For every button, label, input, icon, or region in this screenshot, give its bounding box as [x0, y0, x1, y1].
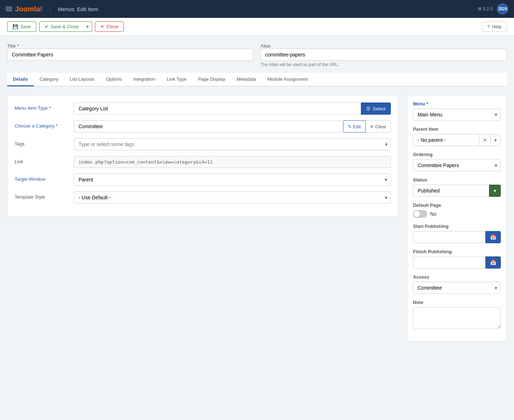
ordering-select-wrapper: Committee Papers [413, 159, 501, 171]
access-select[interactable]: Committee Public Registered [413, 282, 501, 294]
start-publishing-label: Start Publishing [413, 224, 501, 229]
calendar-icon: 📅 [490, 234, 496, 240]
tab-integration[interactable]: Integration [128, 73, 161, 86]
choose-category-control: ✎ Edit ✕ Clear [74, 120, 391, 132]
menu-icon[interactable] [6, 7, 12, 11]
tab-bar: Details Category List Layouts Options In… [7, 73, 507, 86]
link-control [74, 156, 391, 168]
menu-item-type-label: Menu Item Type * [15, 102, 68, 111]
tab-details[interactable]: Details [7, 73, 34, 86]
parent-dropdown-button[interactable]: ▾ [491, 134, 501, 146]
status-field: Status Published Unpublished Trashed ▾ [413, 177, 501, 197]
main-right-panel: Menu * Main Menu Parent Item - No parent… [407, 95, 507, 347]
start-publishing-input[interactable] [413, 231, 485, 243]
clear-category-button[interactable]: ✕ Clear [366, 120, 391, 132]
menu-item-type-input [74, 102, 361, 115]
target-window-select-wrapper: Parent New Window with Browser Navigatio… [74, 174, 391, 186]
access-label: Access [413, 274, 501, 280]
save-icon: 💾 [12, 24, 18, 29]
template-style-select[interactable]: - Use Default - [74, 191, 391, 204]
navbar: Joomla! | Menus: Edit Item ⌘ 5.2.0 J520 [0, 0, 514, 18]
parent-clear-button[interactable]: ✕ [479, 134, 491, 146]
tab-module-assignment[interactable]: Module Assignment [262, 73, 313, 86]
status-row: Published Unpublished Trashed ▾ [413, 185, 501, 197]
status-label: Status [413, 177, 501, 182]
target-window-control: Parent New Window with Browser Navigatio… [74, 174, 391, 186]
template-style-control: - Use Default - [74, 191, 391, 204]
start-publishing-field: Start Publishing 📅 [413, 224, 501, 243]
title-input[interactable] [7, 49, 253, 61]
template-style-select-wrapper: - Use Default - [74, 191, 391, 204]
note-textarea[interactable] [413, 307, 501, 329]
finish-publishing-field: Finish Publishing 📅 [413, 249, 501, 269]
finish-publishing-label: Finish Publishing [413, 249, 501, 254]
category-input [74, 120, 343, 132]
tab-page-display[interactable]: Page Display [192, 73, 231, 86]
select-button[interactable]: ☰ Select [361, 102, 391, 115]
main-form: Menu Item Type * ☰ Select Choose a Ca [7, 95, 507, 347]
brand: Joomla! [6, 5, 42, 13]
ordering-label: Ordering [413, 152, 501, 157]
start-publishing-calendar-button[interactable]: 📅 [485, 231, 501, 243]
tab-link-type[interactable]: Link Type [161, 73, 192, 86]
toolbar: 💾 Save ✔ Save & Close ▾ ✕ Close ? Help [0, 18, 514, 36]
save-button[interactable]: 💾 Save [7, 21, 36, 32]
default-page-toggle[interactable] [413, 210, 427, 218]
save-close-icon: ✔ [45, 24, 49, 29]
note-label: Note [413, 300, 501, 305]
tags-label: Tags [15, 138, 68, 146]
tab-category[interactable]: Category [34, 73, 64, 86]
toggle-row: No [413, 210, 501, 218]
user-button[interactable]: J520 [497, 3, 508, 15]
select-label: Select [373, 106, 386, 111]
parent-item-field: Parent Item - No parent - ✕ ▾ [413, 126, 501, 146]
tags-control: ▾ [74, 138, 391, 150]
default-page-label: Default Page [413, 202, 501, 208]
details-card: Menu Item Type * ☰ Select Choose a Ca [7, 95, 398, 217]
access-field: Access Committee Public Registered [413, 274, 501, 294]
page-title: Menus: Edit Item [58, 6, 98, 12]
menu-select-wrapper: Main Menu [413, 109, 501, 121]
menu-label: Menu * [413, 101, 501, 106]
access-select-wrapper: Committee Public Registered [413, 282, 501, 294]
ordering-select[interactable]: Committee Papers [413, 159, 501, 171]
tags-row: Tags ▾ [15, 138, 391, 150]
title-col: Title * [7, 43, 253, 67]
finish-publishing-input[interactable] [413, 256, 485, 269]
menu-item-type-control: ☰ Select [74, 102, 391, 115]
navbar-left: Joomla! | Menus: Edit Item [6, 5, 98, 13]
status-select[interactable]: Published Unpublished Trashed [413, 185, 489, 197]
parent-item-label: Parent Item [413, 126, 501, 132]
target-window-select[interactable]: Parent New Window with Browser Navigatio… [74, 174, 391, 186]
tags-input-wrapper[interactable]: ▾ [74, 138, 391, 150]
default-page-no-label: No [430, 211, 437, 217]
tab-metadata[interactable]: Metadata [231, 73, 262, 86]
status-dropdown-button[interactable]: ▾ [489, 185, 501, 197]
alias-col: Alias The Alias will be used as part of … [261, 43, 507, 67]
list-icon: ☰ [366, 106, 371, 111]
close-button[interactable]: ✕ Close [95, 21, 124, 32]
parent-item-select[interactable]: - No parent - [413, 134, 479, 146]
edit-category-button[interactable]: ✎ Edit [343, 120, 366, 132]
alias-input[interactable] [261, 49, 507, 61]
category-input-group: ✎ Edit ✕ Clear [74, 120, 391, 132]
pencil-icon: ✎ [348, 124, 352, 129]
calendar-icon-2: 📅 [490, 260, 496, 265]
tab-list-layouts[interactable]: List Layouts [64, 73, 100, 86]
save-dropdown-button[interactable]: ▾ [84, 21, 92, 32]
finish-publishing-calendar-button[interactable]: 📅 [485, 256, 501, 269]
menu-select[interactable]: Main Menu [413, 109, 501, 121]
tab-options[interactable]: Options [100, 73, 128, 86]
save-close-button[interactable]: ✔ Save & Close [39, 21, 84, 32]
tags-input[interactable] [77, 140, 385, 149]
default-page-field: Default Page No [413, 202, 501, 218]
version-badge: ⌘ 5.2.0 [478, 6, 493, 11]
clear-label: Clear [375, 124, 386, 129]
link-row: Link [15, 156, 391, 168]
title-label: Title * [7, 40, 19, 49]
template-style-label: Template Style [15, 191, 68, 200]
close-icon: ✕ [100, 24, 104, 29]
help-button[interactable]: ? Help [482, 21, 507, 32]
help-label: Help [492, 24, 502, 29]
navbar-right: ⌘ 5.2.0 J520 [478, 3, 508, 15]
